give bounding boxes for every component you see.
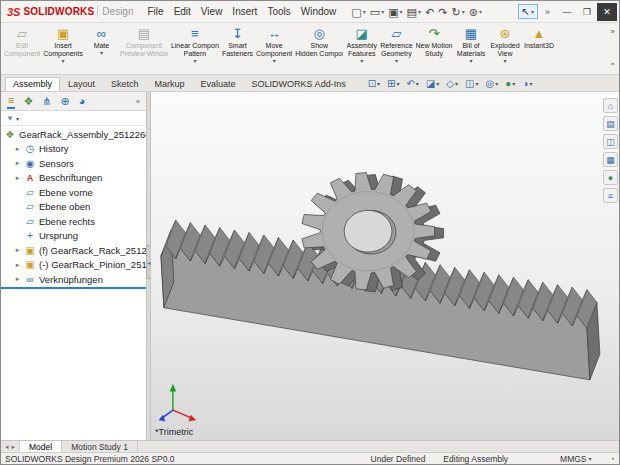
toolbar-overflow-button[interactable]: » <box>540 7 555 17</box>
tree-item-assembly-root[interactable]: ❖ GearRack_Assembly_25122601 (Standa <box>1 127 146 142</box>
panel-tab-strip: ≡ ❖ ⋔ ⊕ ◕ » <box>1 92 146 111</box>
dimxpert-tab[interactable]: ⊕ <box>60 94 71 108</box>
zoom-fit-button[interactable]: ⊡▾ <box>368 79 380 89</box>
tab-model[interactable]: Model <box>20 441 62 452</box>
rebuild-button[interactable]: ↻▾ <box>451 6 464 18</box>
expand-icon[interactable]: ▸ <box>14 275 21 283</box>
mate-button[interactable]: ∞ Mate ▾ <box>85 25 118 73</box>
new-motion-study-button[interactable]: ↷ New Motion Study <box>415 25 454 73</box>
expand-icon[interactable]: ▸ <box>14 145 21 153</box>
button-label: Fasteners <box>222 50 253 58</box>
minimize-button[interactable]: — <box>557 3 577 21</box>
edit-component-button[interactable]: ▱ Edit Component <box>3 25 41 73</box>
open-button[interactable]: ▭▾ <box>370 6 384 18</box>
tab-scroll-right-icon[interactable]: ▸ <box>12 443 16 451</box>
tree-item-label: Verknüpfungen <box>39 274 103 285</box>
close-button[interactable]: ✕ <box>597 3 617 21</box>
maximize-button[interactable]: ❐ <box>577 3 597 21</box>
rollback-bar[interactable] <box>1 287 146 289</box>
tab-scroll-left-icon[interactable]: ◂ <box>5 443 9 451</box>
tree-item-history[interactable]: ▸ ◷ History <box>1 142 146 157</box>
menu-view[interactable]: View <box>196 4 228 19</box>
component-preview-window-button[interactable]: ▤ Component Preview Window <box>119 25 169 73</box>
expand-icon[interactable]: ▸ <box>14 174 21 182</box>
appearances-icon[interactable]: ● <box>603 170 618 185</box>
display-style-button[interactable]: ◫▾ <box>465 79 478 89</box>
propertymanager-tab[interactable]: ❖ <box>22 94 34 108</box>
view-orientation-button[interactable]: ◇▾ <box>446 79 458 89</box>
tree-item-annotations[interactable]: ▸ A Beschriftungen <box>1 171 146 186</box>
tab-layout[interactable]: Layout <box>60 77 103 91</box>
ribbon-collapse-button[interactable]: ⌃ <box>609 62 616 71</box>
assembly-features-button[interactable]: ◪ Assembly Features ▾ <box>345 25 378 73</box>
ribbon-overflow-button[interactable]: » <box>610 27 614 36</box>
instant3d-button[interactable]: ▲ Instant3D <box>523 25 556 73</box>
caret-down-icon: ▾ <box>479 6 482 18</box>
section-view-button[interactable]: ◪▾ <box>426 79 439 89</box>
tree-item-origin[interactable]: + Ursprung <box>1 229 146 244</box>
redo-button[interactable]: ↷ <box>438 6 447 18</box>
hide-show-items-button[interactable]: ◎▾ <box>486 79 499 89</box>
expand-icon[interactable]: ▸ <box>14 261 21 269</box>
button-label: Preview Window <box>120 50 168 58</box>
tab-evaluate[interactable]: Evaluate <box>193 77 244 91</box>
zoom-area-button[interactable]: ⊞▾ <box>387 79 399 89</box>
edit-appearance-button[interactable]: ●▾ <box>505 79 515 89</box>
exploded-view-button[interactable]: ⊛ Exploded View ▾ <box>489 25 522 73</box>
tab-markup[interactable]: Markup <box>147 77 193 91</box>
expand-icon[interactable]: ▸ <box>14 159 21 167</box>
view-palette-icon[interactable]: ▦ <box>603 152 618 167</box>
file-explorer-icon[interactable]: ◫ <box>603 134 618 149</box>
tree-item-rack-component[interactable]: ▸ ▣ (f) GearRack_Rack_25122601<1> ( <box>1 243 146 258</box>
expand-icon[interactable]: ▸ <box>14 246 21 254</box>
status-icon[interactable]: ◔ <box>610 454 615 464</box>
displaymanager-tab[interactable]: ◕ <box>78 94 87 108</box>
options-button[interactable]: ⊛▾ <box>469 6 482 18</box>
tab-sketch[interactable]: Sketch <box>103 77 147 91</box>
tab-solidworks-add-ins[interactable]: SOLIDWORKS Add-Ins <box>244 77 354 91</box>
menu-edit[interactable]: Edit <box>169 4 196 19</box>
unit-system-selector[interactable]: MMGS ▾ <box>560 454 591 464</box>
linear-component-pattern-button[interactable]: ≡ Linear Component Pattern ▾ <box>170 25 220 73</box>
new-document-button[interactable]: ▢▾ <box>351 6 365 18</box>
tree-item-sensors[interactable]: ▸ ◉ Sensors <box>1 156 146 171</box>
tree-item-label: Ursprung <box>39 230 78 241</box>
3d-model-gear-rack-assembly[interactable] <box>151 92 619 440</box>
graphics-viewport[interactable]: *Trimetric ⌂ ▤ ◫ ▦ ● ≡ <box>151 92 619 440</box>
button-label: Hidden Components <box>295 50 343 58</box>
print-button[interactable]: ▤▾ <box>407 6 421 18</box>
select-tool-button[interactable]: ↖ ▾ <box>518 4 538 19</box>
home-icon[interactable]: ⌂ <box>603 98 618 113</box>
move-component-button[interactable]: ↔ Move Component ▾ <box>255 25 293 73</box>
tree-item-pinion-component[interactable]: ▸ ▣ (-) GearRack_Pinion_25122601<1 <box>1 258 146 273</box>
previous-view-button[interactable]: ↶▾ <box>406 79 418 89</box>
button-label: New Motion <box>416 42 453 50</box>
zoom-fit-icon: ⊡ <box>368 79 376 89</box>
panel-tabs-overflow-button[interactable]: » <box>136 96 140 107</box>
featuremanager-tab[interactable]: ≡ <box>7 93 15 109</box>
button-label: Reference <box>380 42 412 50</box>
tree-item-front-plane[interactable]: ▱ Ebene vorne <box>1 185 146 200</box>
configurationmanager-tab[interactable]: ⋔ <box>41 94 52 108</box>
tree-item-mates[interactable]: ▸ ∞ Verknüpfungen <box>1 272 146 287</box>
tab-motion-study-1[interactable]: Motion Study 1 <box>62 441 138 452</box>
menu-tools[interactable]: Tools <box>262 4 295 19</box>
tab-assembly[interactable]: Assembly <box>5 77 60 91</box>
menu-insert[interactable]: Insert <box>227 4 262 19</box>
undo-button[interactable]: ↶ <box>425 6 434 18</box>
view-settings-button[interactable]: ◑▾ <box>522 79 532 89</box>
custom-properties-icon[interactable]: ≡ <box>603 188 618 203</box>
insert-components-button[interactable]: ▣ Insert Components ▾ <box>42 25 84 73</box>
filter-icon[interactable]: ▼ <box>6 114 14 123</box>
reference-geometry-button[interactable]: ▱ Reference Geometry ▾ <box>379 25 413 73</box>
menu-file[interactable]: File <box>143 4 169 19</box>
menu-window[interactable]: Window <box>296 4 342 19</box>
caret-down-icon[interactable]: ▾ <box>16 115 19 122</box>
tree-item-right-plane[interactable]: ▱ Ebene rechts <box>1 214 146 229</box>
save-button[interactable]: ▣▾ <box>388 6 402 18</box>
bill-of-materials-button[interactable]: ▦ Bill of Materials ▾ <box>455 25 488 73</box>
tree-item-top-plane[interactable]: ▱ Ebene oben <box>1 200 146 215</box>
show-hidden-components-button[interactable]: ◎ Show Hidden Components <box>294 25 344 73</box>
smart-fasteners-button[interactable]: ↧ Smart Fasteners <box>221 25 254 73</box>
design-library-icon[interactable]: ▤ <box>603 116 618 131</box>
